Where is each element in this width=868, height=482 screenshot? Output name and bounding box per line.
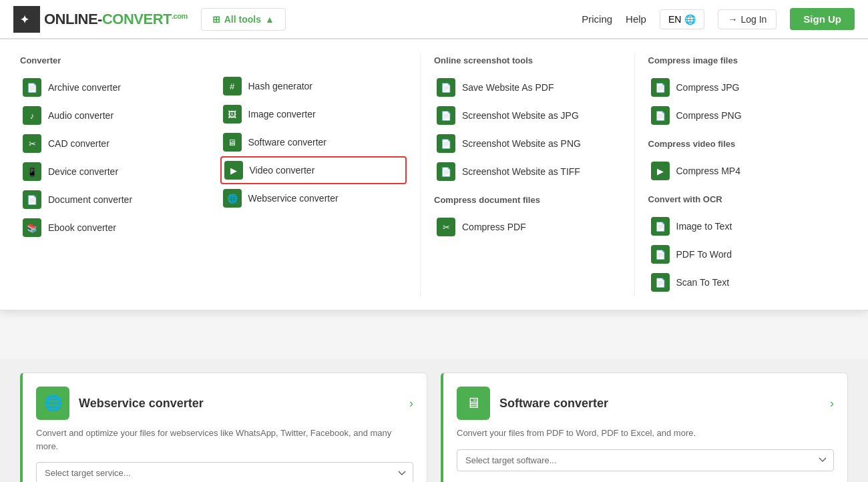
compress-jpg-icon: 📄 [651, 78, 670, 97]
archive-icon: 📄 [23, 78, 41, 97]
cad-icon: ✂ [23, 134, 41, 153]
globe-icon: 🌐 [684, 14, 696, 25]
ocr-section-title: Convert with OCR [648, 194, 835, 204]
signup-label: Sign Up [803, 13, 841, 25]
dd-item-save-pdf[interactable]: 📄 Save Website As PDF [434, 73, 621, 101]
dd-item-cad[interactable]: ✂ CAD converter [20, 130, 207, 158]
software-icon: 🖥 [223, 133, 242, 152]
software-select[interactable]: Select target software... [457, 449, 834, 471]
hash-icon: # [223, 77, 242, 95]
webservice-card-title: Webservice converter [79, 397, 204, 411]
logo[interactable]: ✦ ONLINE-CONVERT.com [13, 6, 188, 33]
dd-item-compress-jpg[interactable]: 📄 Compress JPG [648, 73, 835, 101]
webservice-card: 🌐 Webservice converter › Convert and opt… [20, 373, 427, 482]
device-icon: 📱 [23, 162, 41, 181]
dd-item-hash[interactable]: # Hash generator [220, 72, 407, 100]
dd-item-compress-png[interactable]: 📄 Compress PNG [648, 101, 835, 130]
dd-item-video[interactable]: ▶ Video converter [220, 156, 407, 184]
lang-label: EN [668, 14, 681, 25]
screenshot-jpg-icon: 📄 [437, 106, 455, 125]
compress-img-section-title: Compress image files [648, 55, 835, 65]
device-label: Device converter [48, 166, 118, 177]
dd-item-document[interactable]: 📄 Document converter [20, 186, 207, 214]
dd-item-webservice[interactable]: 🌐 Webservice converter [220, 184, 407, 212]
all-tools-button[interactable]: ⊞ All tools ▲ [201, 8, 286, 31]
converter-col-1: Converter 📄 Archive converter ♪ Audio co… [20, 53, 220, 296]
language-button[interactable]: EN 🌐 [660, 9, 704, 29]
archive-label: Archive converter [48, 82, 121, 93]
login-arrow-icon: → [728, 14, 737, 25]
save-pdf-label: Save Website As PDF [462, 82, 554, 93]
software-label: Software converter [248, 137, 327, 148]
help-link[interactable]: Help [626, 13, 646, 25]
webservice-icon: 🌐 [223, 189, 242, 208]
signup-button[interactable]: Sign Up [790, 8, 855, 30]
video-icon: ▶ [224, 161, 243, 180]
dd-item-scan-to-text[interactable]: 📄 Scan To Text [648, 268, 835, 296]
dd-item-compress-mp4[interactable]: ▶ Compress MP4 [648, 157, 835, 185]
software-card-title: Software converter [499, 397, 608, 411]
compress-vid-section-title: Compress video files [648, 139, 835, 149]
converter-section-title: Converter [20, 55, 207, 65]
main-content: 🌐 Webservice converter › Convert and opt… [0, 359, 868, 482]
login-button[interactable]: → Log In [718, 9, 777, 29]
audio-icon: ♪ [23, 106, 41, 125]
screenshot-col: Online screenshot tools 📄 Save Website A… [420, 53, 634, 296]
compress-pdf-icon: ✂ [437, 218, 455, 236]
logo-text: ONLINE-CONVERT.com [44, 11, 188, 28]
dd-item-archive[interactable]: 📄 Archive converter [20, 73, 207, 101]
webservice-card-desc: Convert and optimize your files for webs… [36, 427, 413, 453]
screenshot-png-icon: 📄 [437, 134, 455, 153]
compress-doc-section-title: Compress document files [434, 195, 621, 205]
dd-item-screenshot-png[interactable]: 📄 Screenshot Website as PNG [434, 130, 621, 158]
dd-item-audio[interactable]: ♪ Audio converter [20, 101, 207, 130]
dd-item-image-to-text[interactable]: 📄 Image to Text [648, 212, 835, 240]
card-row: 🌐 Webservice converter › Convert and opt… [20, 373, 848, 482]
ebook-label: Ebook converter [48, 222, 116, 233]
ebook-icon: 📚 [23, 218, 41, 237]
pricing-link[interactable]: Pricing [582, 13, 612, 25]
grid-icon: ⊞ [212, 14, 220, 25]
webservice-card-header: 🌐 Webservice converter › [36, 387, 413, 420]
dd-item-device[interactable]: 📱 Device converter [20, 158, 207, 186]
hash-label: Hash generator [248, 81, 313, 91]
screenshot-jpg-label: Screenshot Website as JPG [462, 110, 579, 121]
software-card-desc: Convert your files from PDF to Word, PDF… [457, 427, 834, 440]
dd-item-compress-pdf[interactable]: ✂ Compress PDF [434, 213, 621, 241]
dd-item-software[interactable]: 🖥 Software converter [220, 128, 407, 156]
dd-item-ebook[interactable]: 📚 Ebook converter [20, 214, 207, 242]
dd-item-screenshot-jpg[interactable]: 📄 Screenshot Website as JPG [434, 101, 621, 130]
compress-jpg-label: Compress JPG [676, 82, 740, 93]
video-label: Video converter [250, 165, 315, 176]
scan-to-text-icon: 📄 [651, 273, 670, 292]
screenshot-tiff-icon: 📄 [437, 162, 455, 181]
save-pdf-icon: 📄 [437, 78, 455, 97]
header: ✦ ONLINE-CONVERT.com ⊞ All tools ▲ Prici… [0, 0, 868, 39]
screenshot-png-label: Screenshot Website as PNG [462, 138, 581, 149]
pdf-to-word-icon: 📄 [651, 245, 670, 264]
image-label: Image converter [248, 109, 316, 119]
webservice-label: Webservice converter [248, 193, 339, 204]
software-card-icon: 🖥 [457, 387, 490, 420]
nav-links: Pricing Help EN 🌐 → Log In Sign Up [582, 8, 855, 30]
scan-to-text-label: Scan To Text [676, 277, 730, 288]
software-card-arrow: › [830, 397, 834, 411]
compress-mp4-icon: ▶ [651, 162, 670, 180]
webservice-select[interactable]: Select target service... [36, 462, 413, 482]
webservice-card-icon: 🌐 [36, 387, 69, 420]
login-label: Log In [740, 14, 767, 25]
screenshot-section-title: Online screenshot tools [434, 55, 621, 65]
svg-text:✦: ✦ [20, 14, 29, 25]
image-to-text-label: Image to Text [676, 221, 732, 232]
dd-item-pdf-to-word[interactable]: 📄 PDF To Word [648, 240, 835, 268]
dd-item-image[interactable]: 🖼 Image converter [220, 100, 407, 128]
screenshot-tiff-label: Screenshot Website as TIFF [462, 166, 580, 177]
document-icon: 📄 [23, 190, 41, 209]
compress-png-label: Compress PNG [676, 110, 742, 121]
software-card: 🖥 Software converter › Convert your file… [441, 373, 848, 482]
logo-icon: ✦ [13, 6, 40, 33]
chevron-up-icon: ▲ [265, 14, 274, 25]
compress-mp4-label: Compress MP4 [676, 166, 740, 176]
cad-label: CAD converter [48, 138, 110, 149]
dd-item-screenshot-tiff[interactable]: 📄 Screenshot Website as TIFF [434, 158, 621, 186]
